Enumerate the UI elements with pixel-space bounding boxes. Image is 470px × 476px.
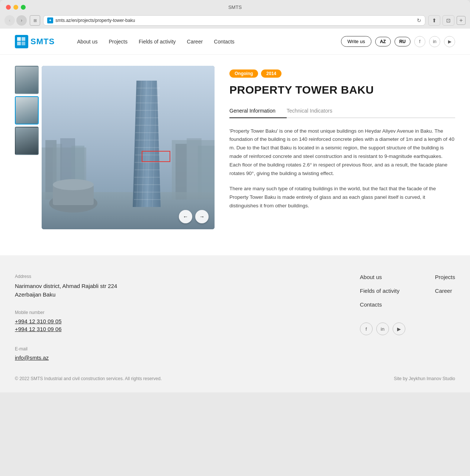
footer-facebook-icon[interactable]: f bbox=[360, 323, 373, 335]
footer-email[interactable]: info@smts.az bbox=[15, 354, 49, 361]
thumbnail-3[interactable] bbox=[15, 127, 39, 155]
footer-content: Address Narimanov district, Ahmad Rajabl… bbox=[15, 274, 455, 361]
phone-1[interactable]: +994 12 310 09 05 bbox=[15, 318, 338, 324]
thumbnail-1[interactable] bbox=[15, 66, 39, 94]
header-actions: Write us AZ RU f in ▶ bbox=[341, 36, 455, 47]
toolbar-actions: ⬆ ⊡ + bbox=[428, 15, 466, 26]
footer-address: Narimanov district, Ahmad Rajabli str 22… bbox=[15, 282, 338, 299]
image-nav-arrows: ← → bbox=[179, 210, 209, 223]
minimize-button[interactable] bbox=[13, 5, 18, 10]
project-badges: Ongoing 2014 bbox=[229, 69, 455, 78]
site-header: SMTS About us Projects Fields of activit… bbox=[0, 29, 470, 55]
project-info: Ongoing 2014 PROPERTY TOWER BAKU General… bbox=[229, 66, 455, 217]
address-label: Address bbox=[15, 274, 338, 279]
facebook-icon[interactable]: f bbox=[414, 36, 425, 47]
site-footer: Address Narimanov district, Ahmad Rajabl… bbox=[0, 255, 470, 392]
footer-youtube-icon[interactable]: ▶ bbox=[393, 323, 405, 335]
maximize-button[interactable] bbox=[21, 5, 26, 10]
svg-rect-3 bbox=[22, 42, 25, 45]
next-image-button[interactable]: → bbox=[195, 210, 209, 223]
project-tabs: General Information Technical Indicators bbox=[229, 104, 455, 118]
forward-button[interactable]: › bbox=[16, 15, 27, 26]
lang-ru-button[interactable]: RU bbox=[395, 37, 411, 46]
mobile-label: Mobile number bbox=[15, 310, 338, 315]
new-tab-button[interactable]: + bbox=[457, 16, 466, 25]
tab-general-information[interactable]: General Information bbox=[229, 104, 287, 118]
address-line2: Azerbaijan Baku bbox=[15, 291, 55, 298]
email-label: E-mail bbox=[15, 346, 338, 352]
browser-title: SMTS bbox=[228, 4, 242, 10]
thumbnail-2[interactable] bbox=[15, 96, 39, 124]
thumbnail-list bbox=[15, 66, 39, 229]
nav-contacts[interactable]: Contacts bbox=[214, 39, 234, 45]
svg-marker-18 bbox=[133, 81, 161, 207]
footer-socials: f in ▶ bbox=[360, 323, 405, 335]
logo-svg bbox=[16, 36, 27, 47]
svg-rect-2 bbox=[17, 42, 21, 45]
svg-rect-11 bbox=[176, 144, 187, 200]
footer-nav-col-1: About us Fields of activity Contacts f i… bbox=[360, 274, 405, 361]
back-button[interactable]: ‹ bbox=[4, 15, 15, 26]
site-by-text: Site by Jeykhun Imanov Studio bbox=[394, 376, 455, 381]
footer-nav-projects[interactable]: Projects bbox=[435, 274, 455, 280]
share-button[interactable]: ⬆ bbox=[428, 15, 440, 26]
nav-buttons: ‹ › bbox=[4, 15, 27, 26]
footer-nav-career[interactable]: Career bbox=[435, 288, 455, 294]
description-paragraph-2: There are many such type of rotating bui… bbox=[229, 185, 455, 210]
project-image-svg bbox=[42, 66, 215, 229]
address-line1: Narimanov district, Ahmad Rajabli str 22… bbox=[15, 283, 117, 289]
description-paragraph-1: 'Property Tower Baku' is one of the most… bbox=[229, 127, 455, 178]
footer-nav: About us Fields of activity Contacts f i… bbox=[360, 274, 455, 361]
close-button[interactable] bbox=[6, 5, 11, 10]
nav-projects[interactable]: Projects bbox=[109, 39, 128, 45]
browser-toolbar: ‹ › ⊞ ✦ smts.az/en/projects/property-tow… bbox=[0, 13, 470, 29]
svg-point-17 bbox=[53, 179, 94, 190]
copyright-text: © 2022 SMTS Industrial and civil constru… bbox=[15, 376, 162, 381]
footer-nav-col-2: Projects Career bbox=[435, 274, 455, 361]
prev-image-button[interactable]: ← bbox=[179, 210, 192, 223]
nav-fields[interactable]: Fields of activity bbox=[139, 39, 176, 45]
footer-nav-fields[interactable]: Fields of activity bbox=[360, 288, 405, 294]
project-title: PROPERTY TOWER BAKU bbox=[229, 84, 455, 97]
tab-view-button[interactable]: ⊞ bbox=[30, 15, 40, 26]
status-badge: Ongoing bbox=[229, 69, 258, 78]
footer-bottom: © 2022 SMTS Industrial and civil constru… bbox=[15, 376, 455, 381]
youtube-icon[interactable]: ▶ bbox=[444, 36, 455, 47]
main-nav: About us Projects Fields of activity Car… bbox=[77, 39, 341, 45]
page: SMTS About us Projects Fields of activit… bbox=[0, 29, 470, 392]
refresh-button[interactable]: ↻ bbox=[417, 17, 421, 23]
footer-contact-info: Address Narimanov district, Ahmad Rajabl… bbox=[15, 274, 338, 361]
nav-career[interactable]: Career bbox=[187, 39, 203, 45]
svg-rect-0 bbox=[17, 37, 21, 41]
footer-nav-about[interactable]: About us bbox=[360, 274, 405, 280]
nav-about[interactable]: About us bbox=[77, 39, 97, 45]
project-gallery: ← → bbox=[15, 66, 215, 229]
traffic-lights bbox=[6, 5, 26, 10]
url-text: smts.az/en/projects/property-tower-baku bbox=[55, 18, 415, 23]
tab-technical-indicators[interactable]: Technical Indicators bbox=[287, 104, 344, 118]
main-content: ← → Ongoing 2014 PROPERTY TOWER BAKU Gen… bbox=[0, 55, 470, 240]
footer-linkedin-icon[interactable]: in bbox=[376, 323, 389, 335]
main-image: ← → bbox=[42, 66, 215, 229]
svg-rect-13 bbox=[198, 146, 215, 200]
lang-az-button[interactable]: AZ bbox=[375, 37, 391, 46]
footer-nav-contacts[interactable]: Contacts bbox=[360, 301, 405, 308]
logo[interactable]: SMTS bbox=[15, 35, 55, 48]
address-bar[interactable]: ✦ smts.az/en/projects/property-tower-bak… bbox=[43, 15, 425, 26]
logo-text: SMTS bbox=[30, 37, 55, 46]
write-us-button[interactable]: Write us bbox=[341, 36, 371, 47]
phone-2[interactable]: +994 12 310 09 06 bbox=[15, 326, 338, 332]
reading-mode-button[interactable]: ⊡ bbox=[442, 15, 454, 26]
year-badge: 2014 bbox=[261, 69, 281, 78]
linkedin-icon[interactable]: in bbox=[429, 36, 440, 47]
browser-titlebar: SMTS bbox=[0, 0, 470, 13]
logo-icon bbox=[15, 35, 28, 48]
favicon: ✦ bbox=[47, 17, 53, 23]
svg-rect-1 bbox=[22, 37, 25, 41]
